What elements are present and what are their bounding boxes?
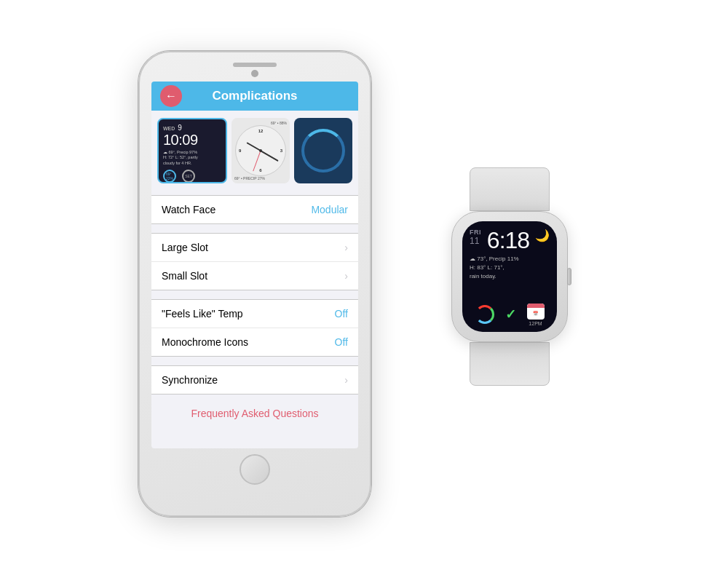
watch-calendar-group: 📅 12PM: [527, 304, 545, 326]
preview-time: 10:09: [163, 132, 221, 148]
small-slot-chevron: ›: [344, 270, 348, 282]
analog-clock-face: 12 3 6 9: [235, 125, 286, 176]
app-title: Complications: [212, 89, 297, 103]
watch-activity-icon: [475, 305, 494, 324]
preview-day-label: WED: [163, 126, 175, 131]
large-slot-chevron: ›: [344, 242, 348, 253]
preview-sunset-icon: SET: [182, 170, 195, 183]
watch-body: FRI 11 6:18 🌙 ☁ 73°, Precip 11% H: 83° L…: [451, 211, 568, 342]
watch-bottom-row: ✓ 📅 12PM: [470, 304, 550, 326]
watch-calendar-label: 12PM: [529, 321, 542, 326]
iphone: ← Complications WED 9 10:09 ☁ 69°, Preci…: [138, 51, 371, 517]
preview-blue[interactable]: [294, 118, 352, 183]
preview-weather: ☁ 69°, Precip 97%H: 72° L: 52°, partlycl…: [163, 150, 221, 167]
minute-hand: [261, 150, 279, 161]
feels-like-label: "Feels Like" Temp: [162, 308, 243, 320]
watch-calendar-icon: 📅: [527, 304, 545, 320]
watch-screen: FRI 11 6:18 🌙 ☁ 73°, Precip 11% H: 83° L…: [462, 221, 557, 332]
feels-like-value: Off: [335, 308, 348, 320]
synchronize-row[interactable]: Synchronize ›: [151, 366, 358, 394]
settings-section-4: Synchronize ›: [151, 365, 358, 394]
second-hand: [253, 150, 261, 171]
moon-icon: 🌙: [535, 229, 550, 242]
watch-date: FRI 11: [470, 229, 481, 246]
faq-link[interactable]: Frequently Asked Questions: [151, 399, 358, 428]
weather-line3: rain today.: [470, 273, 496, 279]
preview-day-num: 9: [178, 124, 182, 132]
preview-activity-icon: 69°22%: [163, 170, 176, 183]
watch-face-value: Modular: [311, 204, 348, 215]
back-arrow-icon: ←: [165, 90, 177, 103]
watch-face-label: Watch Face: [162, 204, 215, 215]
faq-text: Frequently Asked Questions: [191, 408, 318, 419]
watch-face-row[interactable]: Watch Face Modular: [151, 196, 358, 223]
settings-section-1: Watch Face Modular: [151, 195, 358, 224]
monochrome-icons-row[interactable]: Monochrome Icons Off: [151, 328, 358, 356]
weather-line1: 73°, Precip 11%: [477, 255, 518, 262]
center-dot: [259, 149, 262, 152]
preview-temp-top: 69° • 88%: [271, 121, 287, 125]
synchronize-label: Synchronize: [162, 374, 218, 386]
settings-section-2: Large Slot › Small Slot ›: [151, 233, 358, 290]
arc-circle: [301, 129, 345, 173]
watch-weather: ☁ 73°, Precip 11% H: 83° L: 71°, rain to…: [470, 255, 550, 281]
watch-crown[interactable]: [567, 268, 571, 285]
iphone-camera: [251, 70, 258, 77]
watch-top-row: FRI 11 6:18 🌙: [470, 229, 550, 252]
watch-checkmark-icon: ✓: [505, 306, 516, 322]
iphone-home-button[interactable]: [240, 454, 270, 485]
iphone-speaker: [233, 63, 277, 67]
preview-digital[interactable]: WED 9 10:09 ☁ 69°, Precip 97%H: 72° L: 5…: [157, 118, 227, 183]
scene: ← Complications WED 9 10:09 ☁ 69°, Preci…: [0, 0, 728, 567]
watch-day-num: 11: [470, 236, 481, 246]
synchronize-chevron: ›: [344, 374, 348, 386]
back-button[interactable]: ←: [160, 85, 182, 107]
apple-watch: FRI 11 6:18 🌙 ☁ 73°, Precip 11% H: 83° L…: [430, 167, 590, 400]
watch-day-label: FRI: [470, 229, 481, 236]
monochrome-icons-label: Monochrome Icons: [162, 336, 248, 348]
iphone-screen: ← Complications WED 9 10:09 ☁ 69°, Preci…: [151, 82, 358, 448]
watch-face-previews: WED 9 10:09 ☁ 69°, Precip 97%H: 72° L: 5…: [151, 111, 358, 191]
weather-icon: ☁: [470, 255, 477, 262]
calendar-body: 📅: [527, 308, 545, 320]
monochrome-icons-value: Off: [335, 336, 348, 348]
preview-analog[interactable]: 69° • 88% 12 3 6 9 69° • PRECIP 27: [232, 118, 290, 183]
large-slot-row[interactable]: Large Slot ›: [151, 234, 358, 262]
small-slot-label: Small Slot: [162, 270, 207, 282]
watch-band-top: [470, 167, 550, 211]
watch-band-bottom: [470, 342, 550, 386]
clock-hands: [236, 126, 285, 175]
settings-section-3: "Feels Like" Temp Off Monochrome Icons O…: [151, 299, 358, 357]
feels-like-row[interactable]: "Feels Like" Temp Off: [151, 300, 358, 328]
weather-line2: H: 83° L: 71°,: [470, 264, 505, 271]
large-slot-label: Large Slot: [162, 242, 208, 253]
preview-weather-bottom: 69° • PRECIP 27%: [234, 176, 265, 181]
watch-time: 6:18: [487, 229, 529, 252]
app-topbar: ← Complications: [151, 82, 358, 111]
small-slot-row[interactable]: Small Slot ›: [151, 262, 358, 290]
